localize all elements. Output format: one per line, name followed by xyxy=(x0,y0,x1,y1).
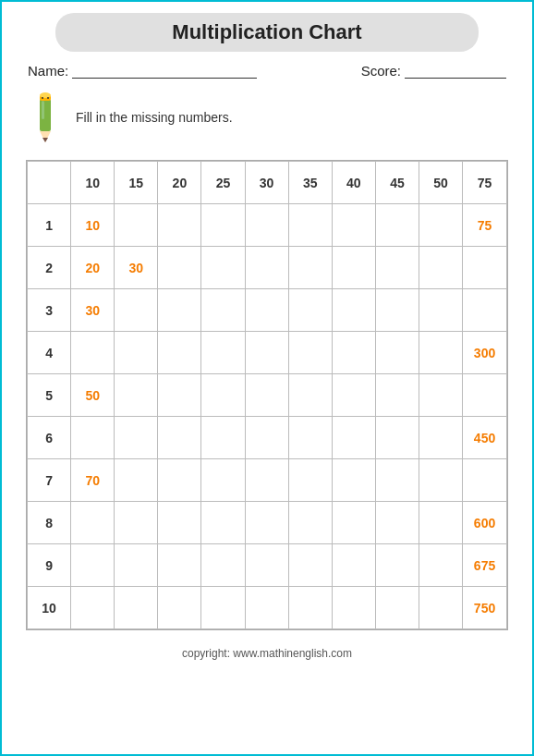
cell-r6-c4 xyxy=(245,459,288,502)
cell-r7-c7 xyxy=(375,502,419,544)
col-header-75: 75 xyxy=(463,162,507,204)
cell-r2-c0: 30 xyxy=(71,289,115,332)
row-label-5: 5 xyxy=(28,374,71,417)
cell-r7-c3 xyxy=(201,502,245,544)
cell-r2-c3 xyxy=(201,289,245,332)
svg-marker-2 xyxy=(42,138,48,142)
cell-r5-c5 xyxy=(288,417,332,459)
col-header-30: 30 xyxy=(245,162,288,204)
pencil-icon xyxy=(28,90,63,145)
cell-r4-c9 xyxy=(463,374,507,417)
cell-r0-c5 xyxy=(288,204,332,247)
cell-r1-c4 xyxy=(245,247,288,289)
cell-r5-c4 xyxy=(245,417,288,459)
score-field: Score: xyxy=(361,63,506,79)
cell-r1-c1: 30 xyxy=(115,247,158,289)
cell-r0-c2 xyxy=(158,204,201,247)
cell-r2-c6 xyxy=(332,289,375,332)
cell-r8-c1 xyxy=(115,544,158,587)
col-header-50: 50 xyxy=(419,162,462,204)
cell-r2-c4 xyxy=(245,289,288,332)
cell-r8-c7 xyxy=(375,544,419,587)
cell-r0-c3 xyxy=(201,204,245,247)
name-label: Name: xyxy=(28,63,68,79)
cell-r4-c1 xyxy=(115,374,158,417)
cell-r3-c6 xyxy=(332,332,375,374)
cell-r1-c5 xyxy=(288,247,332,289)
table-row: 6450 xyxy=(28,417,507,459)
cell-r6-c9 xyxy=(463,459,507,502)
cell-r6-c3 xyxy=(201,459,245,502)
cell-r7-c5 xyxy=(288,502,332,544)
cell-r0-c9: 75 xyxy=(463,204,507,247)
cell-r9-c8 xyxy=(419,587,462,629)
cell-r3-c5 xyxy=(288,332,332,374)
corner-cell xyxy=(28,162,71,204)
cell-r3-c4 xyxy=(245,332,288,374)
cell-r0-c4 xyxy=(245,204,288,247)
table-row: 9675 xyxy=(28,544,507,587)
cell-r0-c0: 10 xyxy=(71,204,115,247)
cell-r4-c7 xyxy=(375,374,419,417)
cell-r6-c6 xyxy=(332,459,375,502)
col-header-35: 35 xyxy=(288,162,332,204)
col-header-15: 15 xyxy=(115,162,158,204)
cell-r1-c3 xyxy=(201,247,245,289)
row-label-4: 4 xyxy=(28,332,71,374)
cell-r8-c8 xyxy=(419,544,462,587)
cell-r7-c8 xyxy=(419,502,462,544)
cell-r6-c0: 70 xyxy=(71,459,115,502)
cell-r6-c5 xyxy=(288,459,332,502)
table-row: 11075 xyxy=(28,204,507,247)
cell-r5-c0 xyxy=(71,417,115,459)
svg-rect-4 xyxy=(42,101,44,119)
cell-r4-c0: 50 xyxy=(71,374,115,417)
table-row: 22030 xyxy=(28,247,507,289)
page: Multiplication Chart Name: Score: xyxy=(0,0,534,756)
cell-r7-c1 xyxy=(115,502,158,544)
cell-r9-c9: 750 xyxy=(463,587,507,629)
cell-r5-c1 xyxy=(115,417,158,459)
cell-r0-c1 xyxy=(115,204,158,247)
name-field: Name: xyxy=(28,63,257,79)
page-title: Multiplication Chart xyxy=(74,20,460,44)
cell-r8-c4 xyxy=(245,544,288,587)
cell-r9-c7 xyxy=(375,587,419,629)
cell-r9-c6 xyxy=(332,587,375,629)
cell-r2-c9 xyxy=(463,289,507,332)
cell-r2-c5 xyxy=(288,289,332,332)
cell-r7-c9: 600 xyxy=(463,502,507,544)
cell-r8-c0 xyxy=(71,544,115,587)
cell-r9-c3 xyxy=(201,587,245,629)
cell-r9-c5 xyxy=(288,587,332,629)
cell-r6-c1 xyxy=(115,459,158,502)
title-bar: Multiplication Chart xyxy=(55,13,479,52)
cell-r0-c7 xyxy=(375,204,419,247)
cell-r8-c9: 675 xyxy=(463,544,507,587)
cell-r7-c6 xyxy=(332,502,375,544)
row-label-8: 8 xyxy=(28,502,71,544)
table-row: 550 xyxy=(28,374,507,417)
instruction-text: Fill in the missing numbers. xyxy=(76,110,233,125)
row-label-1: 1 xyxy=(28,204,71,247)
svg-point-7 xyxy=(47,97,49,99)
score-input-line[interactable] xyxy=(405,64,506,79)
cell-r4-c3 xyxy=(201,374,245,417)
row-label-10: 10 xyxy=(28,587,71,629)
cell-r7-c2 xyxy=(158,502,201,544)
cell-r6-c8 xyxy=(419,459,462,502)
cell-r5-c7 xyxy=(375,417,419,459)
cell-r8-c5 xyxy=(288,544,332,587)
cell-r8-c2 xyxy=(158,544,201,587)
name-input-line[interactable] xyxy=(72,64,257,79)
cell-r4-c2 xyxy=(158,374,201,417)
table-row: 330 xyxy=(28,289,507,332)
chart-container: 10 15 20 25 30 35 40 45 50 75 1107522030… xyxy=(26,160,508,630)
col-header-10: 10 xyxy=(71,162,115,204)
cell-r6-c7 xyxy=(375,459,419,502)
cell-r3-c8 xyxy=(419,332,462,374)
col-header-40: 40 xyxy=(332,162,375,204)
row-label-6: 6 xyxy=(28,417,71,459)
cell-r4-c6 xyxy=(332,374,375,417)
svg-point-6 xyxy=(42,97,43,99)
